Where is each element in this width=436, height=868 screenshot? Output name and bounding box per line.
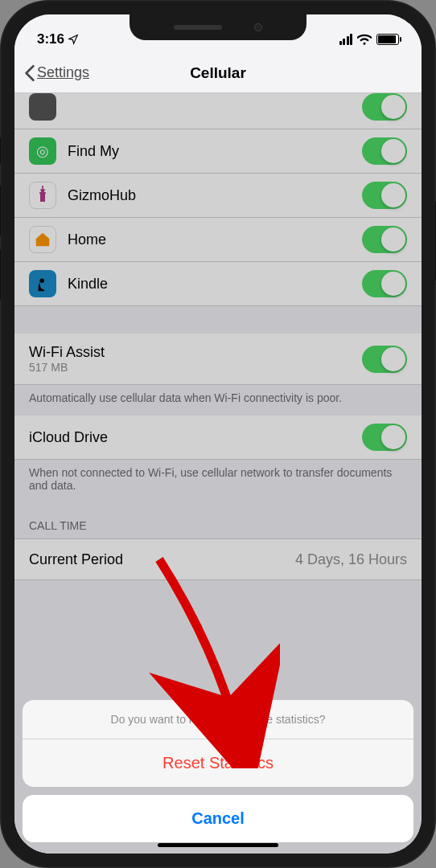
cellular-signal-icon xyxy=(339,34,353,45)
notch xyxy=(130,14,306,40)
battery-icon xyxy=(376,34,399,45)
front-camera xyxy=(254,23,262,31)
nav-header: Settings Cellular xyxy=(14,53,422,93)
volume-up-button xyxy=(0,185,1,237)
speaker-grill xyxy=(174,25,222,30)
content-scroll[interactable]: ◎ Find My GizmoHub Home xyxy=(14,93,422,854)
action-sheet: Do you want to reset your usage statisti… xyxy=(23,700,413,842)
status-time: 3:16 xyxy=(37,31,64,47)
wifi-icon xyxy=(357,34,372,45)
mute-switch xyxy=(0,137,1,165)
back-button[interactable]: Settings xyxy=(24,64,89,82)
home-indicator[interactable] xyxy=(158,843,278,847)
screen: 3:16 Settings Cellular xyxy=(14,14,422,854)
location-arrow-icon xyxy=(68,34,79,45)
back-label: Settings xyxy=(37,64,89,81)
volume-down-button xyxy=(0,249,1,301)
action-sheet-group: Do you want to reset your usage statisti… xyxy=(23,700,413,787)
reset-statistics-button[interactable]: Reset Statistics xyxy=(23,739,413,787)
page-title: Cellular xyxy=(190,64,246,82)
cancel-button[interactable]: Cancel xyxy=(23,795,413,842)
phone-frame: 3:16 Settings Cellular xyxy=(0,0,436,868)
action-sheet-message: Do you want to reset your usage statisti… xyxy=(23,700,413,739)
chevron-left-icon xyxy=(24,64,35,82)
